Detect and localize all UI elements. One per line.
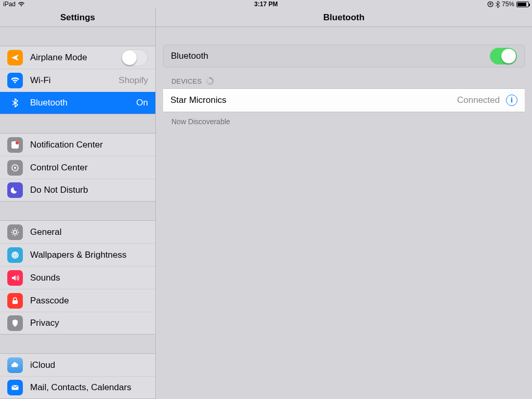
- wallpapers-icon: [7, 247, 23, 263]
- icloud-icon: [7, 357, 23, 373]
- device-status: Connected: [457, 95, 500, 105]
- settings-sidebar: Airplane Mode Wi-Fi Shopify Bluetooth On: [0, 27, 156, 399]
- sidebar-item-label: Wi-Fi: [30, 75, 114, 86]
- sidebar-item-label: Sounds: [30, 273, 148, 283]
- bluetooth-icon: [7, 95, 23, 111]
- sidebar-item-label: Privacy: [30, 318, 148, 328]
- sidebar-title: Settings: [0, 8, 156, 26]
- orientation-lock-icon: [487, 1, 494, 7]
- sidebar-item-do-not-disturb[interactable]: Do Not Disturb: [0, 179, 155, 202]
- wifi-icon: [18, 2, 25, 7]
- sidebar-item-airplane-mode[interactable]: Airplane Mode: [0, 46, 155, 69]
- detail-pane: Bluetooth DEVICES: [156, 27, 532, 399]
- svg-line-13: [17, 229, 18, 230]
- svg-point-0: [488, 2, 493, 7]
- sidebar-item-icloud[interactable]: iCloud: [0, 353, 155, 376]
- airplane-toggle[interactable]: [121, 49, 148, 66]
- sidebar-item-label: Control Center: [30, 163, 148, 173]
- sidebar-item-label: Mail, Contacts, Calendars: [30, 382, 148, 393]
- device-row[interactable]: Star Micronics Connected i: [163, 88, 525, 112]
- sidebar-item-notification-center[interactable]: Notification Center: [0, 133, 155, 156]
- sidebar-item-wifi[interactable]: Wi-Fi Shopify: [0, 69, 155, 91]
- airplane-icon: [7, 50, 23, 65]
- device-name: iPad: [3, 1, 16, 8]
- sidebar-item-label: Wallpapers & Brightness: [30, 250, 148, 260]
- svg-point-5: [14, 230, 17, 233]
- device-info-button[interactable]: i: [506, 95, 517, 106]
- passcode-icon: [7, 293, 23, 309]
- sounds-icon: [7, 270, 23, 286]
- sidebar-item-label: iCloud: [30, 360, 148, 370]
- sidebar-item-mail-contacts-calendars[interactable]: Mail, Contacts, Calendars: [0, 376, 155, 399]
- status-bar: iPad 3:17 PM 75%: [0, 0, 532, 8]
- svg-point-4: [14, 167, 16, 169]
- sidebar-item-label: Passcode: [30, 296, 148, 306]
- bluetooth-state: On: [136, 98, 148, 108]
- notification-icon: [7, 137, 23, 153]
- sidebar-item-label: Airplane Mode: [30, 52, 121, 63]
- detail-title: Bluetooth: [156, 8, 532, 26]
- scanning-spinner-icon: [206, 77, 214, 85]
- sidebar-item-wallpapers[interactable]: Wallpapers & Brightness: [0, 243, 155, 266]
- dnd-icon: [7, 182, 23, 198]
- device-name: Star Micronics: [170, 95, 457, 105]
- bluetooth-status-icon: [496, 1, 500, 8]
- sidebar-item-passcode[interactable]: Passcode: [0, 289, 155, 312]
- sidebar-item-privacy[interactable]: Privacy: [0, 312, 155, 335]
- devices-header: DEVICES: [163, 68, 525, 88]
- svg-point-2: [16, 141, 19, 144]
- control-center-icon: [7, 160, 23, 176]
- bluetooth-toggle[interactable]: [490, 48, 517, 64]
- wifi-icon: [7, 73, 23, 88]
- general-icon: [7, 224, 23, 240]
- bluetooth-master-row[interactable]: Bluetooth: [163, 45, 525, 68]
- wifi-network-name: Shopify: [118, 75, 148, 86]
- nav-header: Settings Bluetooth: [0, 8, 532, 27]
- sidebar-item-control-center[interactable]: Control Center: [0, 156, 155, 179]
- svg-line-10: [12, 229, 14, 230]
- sidebar-item-label: Do Not Disturb: [30, 185, 148, 195]
- sidebar-item-label: Notification Center: [30, 140, 148, 150]
- privacy-icon: [7, 315, 23, 331]
- sidebar-item-bluetooth[interactable]: Bluetooth On: [0, 91, 155, 114]
- svg-point-18: [15, 254, 16, 256]
- sidebar-item-general[interactable]: General: [0, 220, 155, 243]
- svg-line-12: [12, 234, 14, 235]
- discoverable-note: Now Discoverable: [163, 112, 525, 131]
- mail-icon: [7, 380, 23, 395]
- battery-icon: [516, 2, 529, 7]
- bluetooth-master-label: Bluetooth: [171, 51, 490, 61]
- sidebar-item-label: Bluetooth: [30, 98, 132, 108]
- sidebar-item-sounds[interactable]: Sounds: [0, 266, 155, 289]
- svg-rect-19: [12, 300, 18, 304]
- svg-line-11: [17, 234, 18, 235]
- battery-pct: 75%: [502, 1, 514, 8]
- clock: 3:17 PM: [254, 1, 277, 8]
- sidebar-item-label: General: [30, 227, 148, 237]
